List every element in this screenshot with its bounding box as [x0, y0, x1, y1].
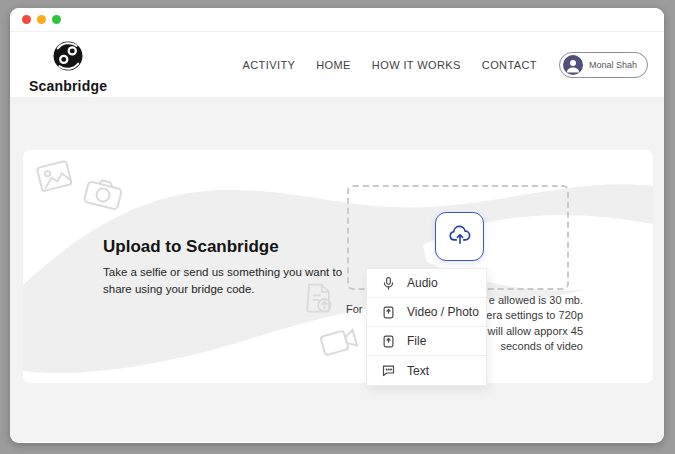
menu-item-video-photo[interactable]: Video / Photo	[367, 298, 486, 327]
page-body: Upload to Scanbridge Take a selfie or se…	[10, 97, 664, 442]
user-name: Monal Shah	[589, 60, 637, 70]
upload-tray-icon	[381, 305, 396, 320]
user-account-button[interactable]: Monal Shah	[559, 52, 648, 78]
microphone-icon	[381, 276, 396, 291]
zoom-window-button[interactable]	[52, 15, 61, 24]
info-text-fragment-left: For	[346, 303, 363, 315]
brand-logo[interactable]: Scanbridge	[25, 39, 111, 94]
nav-item-activity[interactable]: ACTIVITY	[243, 59, 296, 71]
menu-item-text[interactable]: Text	[367, 356, 486, 385]
menu-item-label: Video / Photo	[407, 305, 479, 319]
page-subtitle: Take a selfie or send us something you w…	[103, 264, 365, 298]
site-header: Scanbridge ACTIVITY HOME HOW IT WORKS CO…	[10, 32, 664, 97]
page-title: Upload to Scanbridge	[103, 237, 279, 257]
app-window: Scanbridge ACTIVITY HOME HOW IT WORKS CO…	[10, 8, 664, 443]
nav-item-how-it-works[interactable]: HOW IT WORKS	[372, 59, 461, 71]
brand-name: Scanbridge	[29, 78, 107, 94]
upload-button[interactable]	[435, 212, 484, 261]
close-window-button[interactable]	[22, 15, 31, 24]
nav-item-home[interactable]: HOME	[316, 59, 351, 71]
main-nav: ACTIVITY HOME HOW IT WORKS CONTACT	[243, 59, 537, 71]
nav-item-contact[interactable]: CONTACT	[482, 59, 537, 71]
minimize-window-button[interactable]	[37, 15, 46, 24]
cloud-upload-icon	[447, 222, 473, 252]
chat-bubble-icon	[381, 363, 396, 378]
menu-item-label: Audio	[407, 276, 438, 290]
menu-item-audio[interactable]: Audio	[367, 269, 486, 298]
scanbridge-logo-icon	[51, 39, 85, 77]
title-bar	[10, 8, 664, 32]
menu-item-label: File	[407, 334, 426, 348]
upload-type-menu: Audio Video / Photo File	[366, 268, 487, 386]
upload-tray-icon	[381, 334, 396, 349]
menu-item-label: Text	[407, 364, 429, 378]
user-avatar-icon	[563, 55, 583, 75]
menu-item-file[interactable]: File	[367, 327, 486, 356]
